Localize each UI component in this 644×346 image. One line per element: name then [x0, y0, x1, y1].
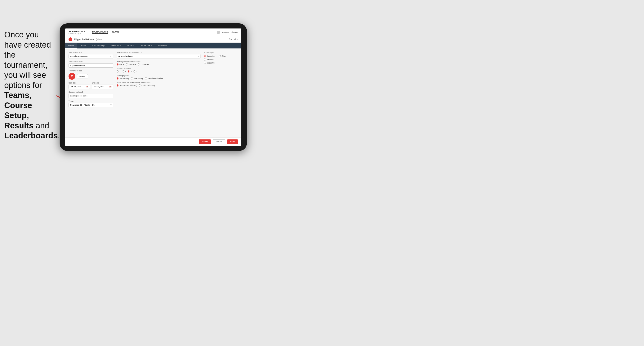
format-other[interactable]: Other	[219, 55, 226, 57]
end-date-value: Jan 23, 2024	[94, 86, 104, 88]
tablet-device: SCOREBOARD Powered by clippd TOURNAMENTS…	[60, 23, 247, 151]
rounds-2[interactable]: 2	[122, 70, 126, 72]
scoring-medal[interactable]: Medal Match Play	[145, 77, 163, 79]
format-5count4-radio[interactable]	[204, 55, 206, 57]
rounds-1[interactable]: 1	[117, 70, 120, 72]
tournament-icon: C	[68, 37, 72, 41]
nav-teams[interactable]: TEAMS	[112, 31, 119, 34]
start-date-value: Jan 21, 2024	[70, 86, 81, 88]
tab-leaderboards[interactable]: Leaderboards	[137, 43, 155, 48]
top-navigation: SCOREBOARD Powered by clippd TOURNAMENTS…	[65, 28, 241, 36]
cancel-header-button[interactable]: Cancel ✕	[229, 38, 238, 41]
format-5count4[interactable]: 5 count 4	[204, 55, 214, 57]
gender-womens[interactable]: Womens	[126, 63, 136, 65]
rounds-4-label: 4	[136, 70, 137, 72]
tablet-screen: SCOREBOARD Powered by clippd TOURNAMENTS…	[65, 28, 241, 146]
rounds-1-radio[interactable]	[117, 70, 119, 72]
logo-title: SCOREBOARD	[68, 30, 88, 33]
scoring-stroke-label: Stroke Play	[120, 77, 129, 79]
teams-plus-individuals[interactable]: Teams (+Individuals)	[117, 84, 137, 86]
right-column: Format type 5 count 4 6 count 4	[204, 51, 238, 135]
tab-teams[interactable]: Teams	[77, 43, 89, 48]
format-label: Format type	[204, 51, 238, 54]
scoring-match[interactable]: Match Play	[131, 77, 143, 79]
tournament-host-label: Tournament Host	[68, 51, 113, 54]
end-date-label: End date	[92, 82, 113, 84]
gender-womens-radio[interactable]	[126, 63, 128, 65]
logo-subtitle: Powered by clippd	[68, 33, 88, 34]
tournament-logo-group: Tournament logo C Upload	[68, 70, 113, 80]
scoring-label: Scoring system	[117, 75, 200, 77]
gender-combined[interactable]: Combined	[138, 63, 149, 65]
rounds-radio-group: 1 2 3 4	[117, 70, 200, 72]
tab-printables[interactable]: Printables	[155, 43, 170, 48]
start-date-input[interactable]: Jan 21, 2024 📅	[68, 85, 90, 89]
format-6count4-label: 6 count 4	[207, 58, 214, 61]
user-area: Test User | Sign out	[217, 31, 238, 34]
instruction-text: Once you have created the tournament, yo…	[0, 30, 58, 141]
tournament-name-input[interactable]	[68, 63, 113, 68]
rounds-3-radio[interactable]	[128, 70, 130, 72]
gender-mens-label: Mens	[120, 63, 124, 65]
calendar-icon-end: 📅	[109, 86, 112, 88]
gender-womens-label: Womens	[128, 63, 136, 65]
tab-details[interactable]: Details	[65, 43, 77, 48]
cancel-button[interactable]: Cancel	[212, 139, 226, 144]
end-date-input[interactable]: Jan 23, 2024 📅	[92, 85, 113, 89]
tournament-name: Clippd Invitational	[74, 38, 94, 41]
logo-upload-area: C Upload	[68, 73, 113, 80]
user-label[interactable]: Test User | Sign out	[221, 31, 238, 33]
teams-plus-label: Teams (+Individuals)	[120, 84, 137, 86]
scoring-stroke[interactable]: Stroke Play	[117, 77, 129, 79]
teams-individuals-group: Is this event for Teams and/or Individua…	[117, 82, 200, 86]
rounds-3[interactable]: 3	[128, 70, 132, 72]
venue-group: Venue Peachtree GC - Atlanta - GA	[68, 100, 113, 107]
division-group: Which division is the event for? NCAA Di…	[117, 51, 200, 58]
scoring-match-label: Match Play	[134, 77, 143, 79]
middle-column: Which division is the event for? NCAA Di…	[117, 51, 200, 135]
format-6count5-radio[interactable]	[204, 62, 206, 64]
tournament-host-group: Tournament Host Clippd College - Men	[68, 51, 113, 58]
calendar-icon: 📅	[86, 86, 88, 88]
format-6count4-radio[interactable]	[204, 58, 206, 61]
scoring-medal-radio[interactable]	[145, 77, 147, 79]
individuals-only-label: Individuals Only	[142, 84, 155, 86]
tournament-host-select[interactable]: Clippd College - Men	[68, 54, 113, 58]
main-content: Tournament Host Clippd College - Men Tou…	[65, 48, 241, 138]
tab-course-setup[interactable]: Course Setup	[89, 43, 108, 48]
tab-tee-groups[interactable]: Tee Groups	[108, 43, 124, 48]
nav-tournaments[interactable]: TOURNAMENTS	[92, 31, 108, 34]
division-select[interactable]: NCAA Division III	[117, 54, 200, 58]
individuals-only-radio[interactable]	[139, 84, 141, 86]
rounds-2-radio[interactable]	[122, 70, 124, 72]
scoring-match-radio[interactable]	[131, 77, 133, 79]
gender-mens[interactable]: Mens	[117, 63, 124, 65]
save-button[interactable]: Save	[227, 139, 238, 144]
rounds-4-radio[interactable]	[133, 70, 135, 72]
delete-button[interactable]: Delete	[199, 139, 211, 144]
format-5count4-label: 5 count 4	[207, 55, 214, 57]
gender-combined-radio[interactable]	[138, 63, 140, 65]
tournament-logo-label: Tournament logo	[68, 70, 113, 72]
start-date-group: Start date Jan 21, 2024 📅	[68, 82, 90, 89]
format-col1: 5 count 4 6 count 4 6 count 5	[204, 55, 214, 64]
gender-mens-radio[interactable]	[117, 63, 119, 65]
sponsor-label: Sponsor (optional)	[68, 91, 113, 93]
individuals-only[interactable]: Individuals Only	[139, 84, 155, 86]
start-date-label: Start date	[68, 82, 90, 84]
gender-label: Which gender is the event for?	[117, 61, 200, 63]
nav-links: TOURNAMENTS TEAMS	[92, 31, 216, 34]
gender-radio-group: Mens Womens Combined	[117, 63, 200, 65]
format-other-radio[interactable]	[219, 55, 221, 57]
scoring-stroke-radio[interactable]	[117, 77, 119, 79]
user-avatar	[217, 31, 220, 34]
venue-select[interactable]: Peachtree GC - Atlanta - GA	[68, 103, 113, 107]
format-6count5-label: 6 count 5	[207, 62, 214, 64]
format-6count5[interactable]: 6 count 5	[204, 62, 214, 64]
tab-results[interactable]: Results	[124, 43, 137, 48]
upload-button[interactable]: Upload	[77, 74, 88, 78]
teams-plus-radio[interactable]	[117, 84, 119, 86]
sponsor-input[interactable]	[68, 94, 113, 98]
format-6count4[interactable]: 6 count 4	[204, 58, 214, 61]
rounds-4[interactable]: 4	[133, 70, 137, 72]
